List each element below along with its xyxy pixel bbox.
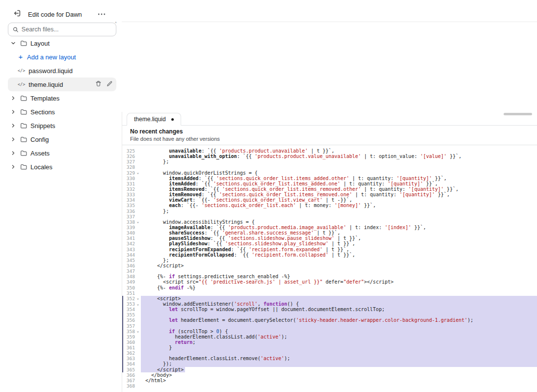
- code-line[interactable]: 368: [122, 383, 537, 389]
- code-line[interactable]: 329⌄ window.quickOrderListStrings = {: [122, 170, 537, 176]
- code-line[interactable]: 325 unavailable: `{{ 'products.product.u…: [122, 148, 537, 154]
- code-line[interactable]: 337: [122, 214, 537, 219]
- code-line[interactable]: 366 </body>: [122, 372, 537, 378]
- folder-icon: [20, 136, 27, 143]
- code-line[interactable]: 339 imageAvailable: `{{ 'products.produc…: [122, 225, 537, 230]
- code-line[interactable]: 359 headerElement.classList.add('active'…: [122, 334, 537, 340]
- tab-theme-liquid[interactable]: theme.liquid: [127, 113, 181, 126]
- fold-toggle-icon[interactable]: ⌄: [135, 220, 141, 224]
- line-number: 337: [122, 214, 141, 219]
- line-number: 368: [122, 383, 141, 389]
- code-line[interactable]: 343 recipientFormExpanded: `{{ 'recipien…: [122, 247, 537, 252]
- code-line[interactable]: 364 });: [122, 361, 537, 366]
- code-line[interactable]: 349 <script src="{{ 'predictive-search.j…: [122, 279, 537, 285]
- code-line[interactable]: 331 itemAdded: `{{ 'sections.quick_order…: [122, 181, 537, 186]
- fold-toggle-icon[interactable]: ⌄: [135, 302, 141, 306]
- code-line[interactable]: 367</html>: [122, 378, 537, 383]
- code-line[interactable]: 350 {%- endif -%}: [122, 285, 537, 290]
- fold-toggle-icon[interactable]: ⌄: [135, 296, 141, 300]
- code-line[interactable]: 347: [122, 268, 537, 274]
- code-line[interactable]: 345 };: [122, 258, 537, 263]
- code-line[interactable]: 348 {%- if settings.predictive_search_en…: [122, 274, 537, 279]
- folder-snippets[interactable]: Snippets: [8, 119, 116, 132]
- code-line[interactable]: 358⌄ if (scrollTop > 0) {: [122, 329, 537, 334]
- code-line[interactable]: 353⌄ window.addEventListener('scroll', f…: [122, 301, 537, 307]
- folder-assets[interactable]: Assets: [8, 146, 116, 160]
- code-line[interactable]: 360 return;: [122, 340, 537, 345]
- more-actions-button[interactable]: [98, 13, 106, 15]
- top-bar: Edit code for Dawn: [0, 0, 537, 23]
- file-search-box: [8, 23, 116, 36]
- folder-icon: [20, 163, 27, 170]
- file-tree: Layout + Add a new layout </> password.l…: [8, 36, 116, 174]
- line-number: 361: [122, 345, 141, 350]
- code-line[interactable]: 351: [122, 290, 537, 296]
- line-number: 328: [122, 164, 141, 170]
- tab-label: theme.liquid: [134, 116, 166, 123]
- scrollbar-thumb[interactable]: [504, 113, 532, 115]
- code-line[interactable]: 328: [122, 164, 537, 170]
- add-layout-button[interactable]: + Add a new layout: [8, 50, 116, 64]
- exit-button[interactable]: [13, 9, 22, 20]
- folder-label: Templates: [30, 95, 59, 102]
- code-line[interactable]: 334 viewCart: `{{- 'sections.quick_order…: [122, 197, 537, 203]
- line-number: 340: [122, 230, 141, 235]
- code-line[interactable]: 356 let headerElement = document.querySe…: [122, 317, 537, 323]
- page-title: Edit code for Dawn: [28, 11, 82, 18]
- line-number: 365: [122, 367, 141, 372]
- folder-layout[interactable]: Layout: [8, 36, 116, 50]
- chevron-right-icon: [10, 164, 17, 169]
- code-line[interactable]: 335 each: `{{- 'sections.quick_order_lis…: [122, 203, 537, 208]
- code-line[interactable]: 346 </script>: [122, 263, 537, 268]
- code-line[interactable]: 332 itemsRemoved: `{{ 'sections.quick_or…: [122, 186, 537, 192]
- banner-subtitle: File does not have any other versions: [130, 136, 529, 142]
- line-number: 336: [122, 209, 141, 214]
- code-line[interactable]: 354 let scrollTop = window.pageYOffset |…: [122, 307, 537, 312]
- folder-config[interactable]: Config: [8, 132, 116, 146]
- code-line[interactable]: 365 </script>: [122, 367, 537, 372]
- folder-sections[interactable]: Sections: [8, 105, 116, 119]
- code-line[interactable]: 363 headerElement.classList.remove('acti…: [122, 356, 537, 361]
- line-number: 362: [122, 350, 141, 356]
- code-line[interactable]: 330 itemsAdded: `{{ 'sections.quick_orde…: [122, 176, 537, 181]
- rename-file-button[interactable]: [107, 81, 112, 88]
- tab-bar: theme.liquid: [122, 112, 537, 126]
- folder-label: Snippets: [30, 122, 55, 130]
- file-theme-liquid[interactable]: </> theme.liquid: [8, 78, 116, 91]
- code-line[interactable]: 327 };: [122, 159, 537, 164]
- folder-icon: [20, 40, 27, 47]
- code-line[interactable]: 338⌄ window.accessibilityStrings = {: [122, 219, 537, 225]
- code-line[interactable]: 342 playSlideshow: `{{ 'sections.slidesh…: [122, 241, 537, 246]
- line-number: 355: [122, 312, 141, 317]
- delete-file-button[interactable]: [95, 80, 102, 88]
- chevron-right-icon: [10, 96, 17, 101]
- chevron-right-icon: [10, 137, 17, 142]
- code-line[interactable]: 352⌄ <script>: [122, 296, 537, 301]
- search-input[interactable]: [22, 26, 111, 33]
- editor-panel: theme.liquid No recent changes File does…: [122, 112, 537, 392]
- exit-icon: [13, 9, 22, 18]
- code-line[interactable]: 341 pauseSlideshow: `{{ 'sections.slides…: [122, 235, 537, 241]
- line-number: 342: [122, 241, 141, 246]
- code-line[interactable]: 340 shareSuccess: `{{ 'general.share.suc…: [122, 230, 537, 235]
- line-number: 333: [122, 192, 141, 197]
- fold-toggle-icon[interactable]: ⌄: [135, 171, 141, 175]
- file-password-liquid[interactable]: </> password.liquid: [8, 64, 116, 78]
- code-line[interactable]: 362: [122, 350, 537, 356]
- line-number: 348: [122, 274, 141, 279]
- line-number: 367: [122, 378, 141, 383]
- ellipsis-icon: [98, 13, 106, 15]
- folder-templates[interactable]: Templates: [8, 91, 116, 105]
- code-line[interactable]: 357: [122, 323, 537, 329]
- code-line[interactable]: 326 unavailable_with_option: `{{ 'produc…: [122, 154, 537, 159]
- code-line[interactable]: 344 recipientFormCollapsed: `{{ 'recipie…: [122, 252, 537, 258]
- code-line[interactable]: 333 itemRemoved: `{{ 'sections.quick_ord…: [122, 192, 537, 197]
- add-layout-label: Add a new layout: [27, 53, 76, 61]
- folder-locales[interactable]: Locales: [8, 160, 116, 174]
- code-line[interactable]: 361 }: [122, 345, 537, 350]
- code-line[interactable]: 355: [122, 312, 537, 317]
- code-line[interactable]: 336 };: [122, 209, 537, 214]
- fold-toggle-icon[interactable]: ⌄: [135, 329, 141, 333]
- code-editor[interactable]: 325 unavailable: `{{ 'products.product.u…: [122, 145, 537, 392]
- line-number: 364: [122, 361, 141, 366]
